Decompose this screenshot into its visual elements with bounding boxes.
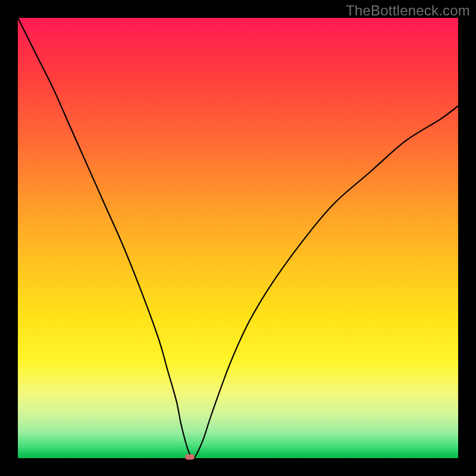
bottleneck-curve [18,18,458,458]
attribution-label: TheBottleneck.com [346,2,470,19]
plot-area [18,18,458,458]
curve-path [18,18,458,458]
min-marker [185,455,195,460]
chart-frame: TheBottleneck.com [0,0,476,476]
